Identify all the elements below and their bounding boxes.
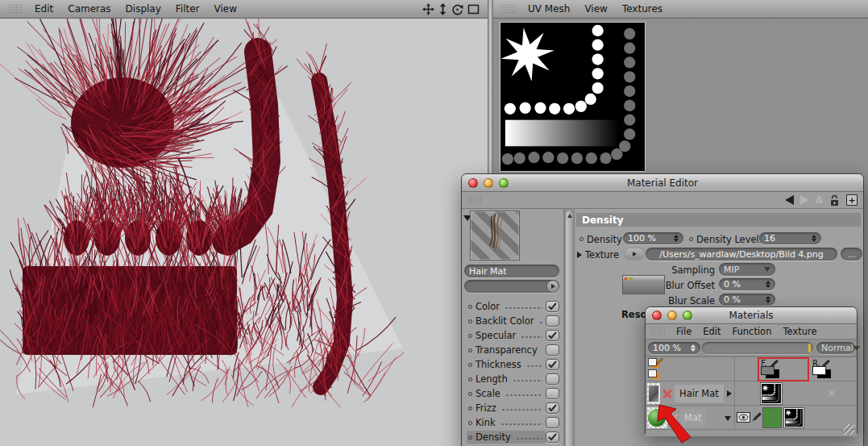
stepper-arrows-icon[interactable]: [762, 296, 770, 303]
material-list-scrollbar[interactable]: [564, 209, 575, 446]
stepper-arrows-icon[interactable]: [687, 344, 696, 352]
channel-label: Thickness: [476, 359, 521, 370]
menu-item-file[interactable]: File: [676, 326, 691, 337]
resize-grip[interactable]: [844, 424, 854, 435]
panel-grip-icon[interactable]: [8, 4, 22, 15]
material-name-field[interactable]: Hair Mat: [464, 265, 559, 277]
texture-channel-thumbnail[interactable]: [784, 408, 804, 427]
channel-kink[interactable]: Kink: [462, 415, 563, 430]
channel-scale[interactable]: Scale: [462, 386, 563, 401]
color-channel-swatch[interactable]: [762, 407, 782, 428]
minimize-button[interactable]: [484, 178, 493, 188]
shader-field[interactable]: [464, 280, 559, 293]
paint-layer-icon[interactable]: [648, 358, 662, 369]
channel-checkbox[interactable]: [546, 301, 559, 312]
forward-icon: [800, 195, 809, 205]
browse-button[interactable]: ...: [841, 248, 862, 261]
back-icon[interactable]: [785, 195, 794, 205]
menu-item-function[interactable]: Function: [733, 326, 772, 337]
menu-item-view[interactable]: View: [584, 3, 607, 15]
texture-channel-thumbnail[interactable]: [761, 383, 782, 404]
opacity-slider[interactable]: [702, 342, 813, 354]
channel-checkbox[interactable]: [546, 315, 559, 327]
lock-icon[interactable]: [829, 194, 840, 206]
menu-item-view[interactable]: View: [214, 3, 237, 15]
menu-item-textures[interactable]: Textures: [622, 3, 662, 15]
stepper-arrows-icon[interactable]: [762, 281, 770, 288]
channel-transparency[interactable]: Transparency: [462, 343, 563, 357]
menu-item-texture[interactable]: Texture: [783, 326, 816, 337]
material-editor-titlebar[interactable]: Material Editor: [462, 174, 863, 192]
visibility-toggle[interactable]: [737, 412, 750, 423]
scrollbar-thumb[interactable]: [566, 210, 573, 446]
scale-icon[interactable]: [438, 3, 447, 15]
density-input[interactable]: 100 %: [623, 232, 683, 244]
pen-icon: [655, 357, 663, 365]
menubar-grip-icon[interactable]: [651, 327, 665, 337]
sampling-dropdown[interactable]: MIP: [719, 263, 775, 276]
channel-thickness[interactable]: Thickness: [462, 357, 563, 372]
materials-titlebar[interactable]: Materials: [646, 307, 857, 324]
menu-item-edit[interactable]: Edit: [35, 3, 53, 15]
blur-scale-input[interactable]: 0 %: [719, 294, 775, 306]
zoom-button[interactable]: [499, 178, 509, 188]
rotate-icon[interactable]: [451, 3, 463, 15]
channel-checkbox[interactable]: [546, 330, 559, 341]
zoom-button[interactable]: [683, 311, 692, 320]
material-preview[interactable]: [470, 210, 520, 261]
menu-item-uv-mesh[interactable]: UV Mesh: [528, 3, 570, 15]
channel-checkbox[interactable]: [546, 431, 559, 443]
close-button[interactable]: [468, 178, 478, 188]
stepper-arrows-icon[interactable]: [671, 235, 679, 242]
delete-x-icon[interactable]: [662, 389, 672, 398]
foreground-color-chip[interactable]: F.: [759, 359, 808, 380]
channel-checkbox[interactable]: [546, 344, 559, 356]
channel-checkbox[interactable]: [546, 417, 559, 428]
dotted-leader: [501, 406, 542, 414]
hair-render-canvas[interactable]: [0, 19, 488, 446]
blur-scale-label: Blur Scale: [655, 294, 715, 306]
minimize-button[interactable]: [667, 311, 677, 320]
channel-backlit-color[interactable]: Backlit Color: [462, 314, 563, 328]
expand-down-icon[interactable]: [725, 416, 731, 421]
density-levels-input[interactable]: 16: [759, 232, 821, 244]
channel-label: Frizz: [476, 402, 496, 414]
texture-menu-button[interactable]: [625, 248, 644, 260]
dotted-leader: [539, 319, 543, 327]
expand-triangle-icon[interactable]: [577, 252, 582, 258]
menu-item-display[interactable]: Display: [126, 3, 161, 15]
panel-grip-icon[interactable]: [501, 4, 515, 15]
uv-texture-image[interactable]: [500, 22, 646, 172]
shader-expand-icon[interactable]: [547, 281, 559, 292]
maximize-icon[interactable]: [467, 4, 480, 15]
channel-specular[interactable]: Specular: [462, 328, 563, 343]
channel-density[interactable]: Density: [462, 430, 563, 444]
channel-length[interactable]: Length: [462, 372, 563, 386]
menu-item-filter[interactable]: Filter: [176, 3, 200, 15]
channel-checkbox[interactable]: [546, 359, 559, 370]
channel-bullet-icon: [468, 319, 472, 323]
background-color-chip[interactable]: R.: [811, 359, 856, 380]
blend-mode-dropdown[interactable]: Normal: [816, 342, 855, 354]
channel-label: Backlit Color: [476, 315, 534, 327]
stepper-arrows-icon[interactable]: [808, 235, 816, 242]
texture-path-field[interactable]: /Users/s_wardlaw/Desktop/Bild 4.png: [646, 248, 837, 261]
pen-icon[interactable]: [752, 411, 762, 422]
zoom-level-input[interactable]: 100 %: [648, 342, 700, 354]
channel-checkbox[interactable]: [546, 373, 559, 385]
blur-offset-input[interactable]: 0 %: [719, 278, 775, 290]
menu-item-edit[interactable]: Edit: [703, 326, 721, 337]
layer-icon[interactable]: [648, 369, 662, 381]
channel-color[interactable]: Color: [462, 299, 563, 314]
add-icon[interactable]: +: [846, 194, 858, 206]
channel-checkbox[interactable]: [546, 402, 559, 414]
channel-checkbox[interactable]: [546, 388, 559, 399]
toolbar-grip-icon[interactable]: [467, 195, 481, 206]
move-icon[interactable]: [422, 3, 434, 15]
expand-right-icon[interactable]: [727, 390, 732, 397]
menu-item-cameras[interactable]: Cameras: [68, 3, 110, 15]
close-button[interactable]: [652, 311, 662, 320]
channel-frizz[interactable]: Frizz: [462, 401, 563, 415]
viewport-menubar: EditCamerasDisplayFilterView: [0, 0, 488, 19]
material-name[interactable]: Hair Mat: [675, 385, 724, 402]
